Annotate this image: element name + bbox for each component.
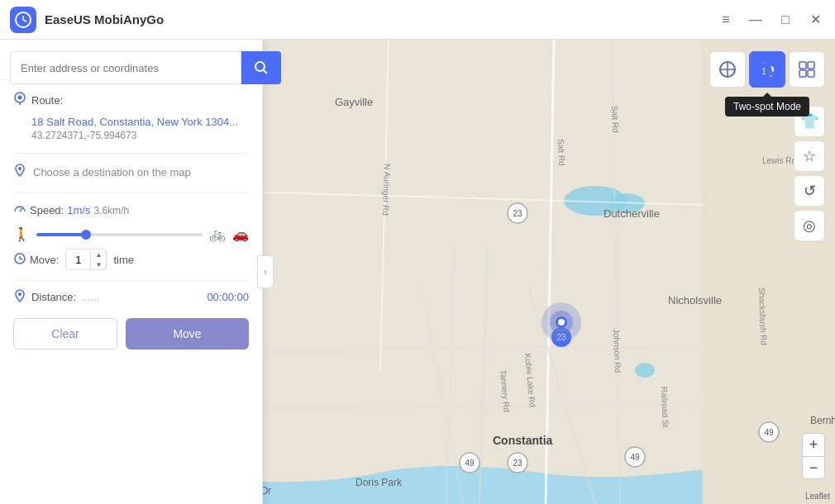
svg-rect-51: [799, 70, 806, 77]
distance-icon: [13, 289, 26, 305]
svg-point-56: [18, 167, 21, 170]
leaflet-attribution: Leaflet: [805, 492, 830, 501]
svg-line-43: [264, 70, 268, 74]
svg-line-57: [20, 208, 22, 212]
route-coords: 43.2724371,-75.994673: [31, 130, 249, 141]
svg-text:Lewis Rd: Lewis Rd: [762, 156, 796, 165]
move-section: Move: 1 ▲ ▼ time: [13, 249, 249, 270]
speed-section: Speed: 1m/s 3.6km/h 🚶 🚲 🚗: [13, 202, 249, 242]
svg-rect-52: [808, 70, 814, 77]
distance-time: 00:00:00: [207, 291, 249, 303]
speed-slider[interactable]: 🚶 🚲 🚗: [13, 226, 249, 242]
svg-text:49: 49: [764, 428, 774, 437]
speed-icon: [13, 202, 26, 218]
maximize-button[interactable]: □: [775, 10, 795, 30]
move-decrement-button[interactable]: ▼: [91, 259, 106, 269]
svg-text:Dutcherville: Dutcherville: [604, 207, 660, 220]
svg-text:Gayville: Gayville: [335, 96, 373, 108]
divider-3: [13, 280, 249, 281]
teleport-icon: [718, 60, 737, 78]
star-tool-button[interactable]: ☆: [794, 140, 825, 172]
search-input[interactable]: [10, 51, 241, 84]
distance-dots: ......: [81, 291, 99, 303]
destination-pin-icon: [13, 164, 26, 177]
svg-text:Salt Rd: Salt Rd: [610, 106, 620, 133]
multi-spot-icon: [798, 60, 816, 78]
distance-section: Distance: ...... 00:00:00: [13, 289, 249, 305]
svg-text:Shacksbush Rd: Shacksbush Rd: [757, 288, 768, 345]
move-label-text: Move:: [30, 254, 59, 266]
walk-icon: 🚶: [13, 226, 30, 242]
route-section: Route: 18 Salt Road, Constantia, New Yor…: [13, 92, 249, 141]
location-icon: [13, 92, 26, 105]
distance-label: Distance: ......: [13, 289, 99, 305]
close-button[interactable]: ✕: [805, 10, 825, 30]
svg-text:Constantia: Constantia: [493, 434, 553, 447]
svg-text:49: 49: [465, 459, 475, 468]
panel-collapse-button[interactable]: ‹: [257, 255, 274, 288]
app-title: EaseUS MobiAnyGo: [45, 12, 716, 26]
window-controls: ≡ — □ ✕: [716, 10, 825, 30]
svg-text:Bernhards Bay: Bernhards Bay: [810, 415, 835, 426]
svg-text:Doris Park: Doris Park: [355, 477, 403, 488]
num-badge: 1: [756, 63, 772, 79]
distance-label-text: Distance:: [31, 291, 76, 303]
svg-text:Nicholsville: Nicholsville: [668, 294, 722, 307]
speedometer-icon: [13, 202, 26, 216]
route-address: 18 Salt Road, Constantia, New York 1304.…: [31, 115, 249, 130]
move-label: Move:: [13, 252, 59, 268]
svg-point-42: [255, 62, 265, 71]
move-spinner[interactable]: 1 ▲ ▼: [65, 249, 107, 270]
svg-point-61: [18, 292, 21, 296]
svg-line-60: [20, 259, 22, 259]
panel-body: Route: 18 Salt Road, Constantia, New Yor…: [0, 80, 262, 361]
distance-pin-icon: [13, 289, 26, 302]
search-button[interactable]: [241, 51, 281, 84]
svg-rect-50: [808, 62, 814, 69]
history-tool-button[interactable]: ↺: [794, 175, 825, 207]
slider-thumb[interactable]: [81, 230, 91, 240]
car-icon: 🚗: [232, 226, 249, 242]
bike-icon: 🚲: [209, 226, 226, 242]
panel-actions: Clear Move: [13, 318, 249, 349]
slider-track[interactable]: [36, 233, 203, 236]
svg-point-54: [18, 96, 22, 100]
divider-1: [13, 153, 249, 154]
move-increment-button[interactable]: ▲: [91, 250, 106, 259]
zoom-controls: + −: [802, 433, 825, 479]
two-spot-tooltip: Two-spot Mode: [725, 97, 809, 116]
route-label-text: Route:: [31, 94, 63, 107]
speed-label: Speed: 1m/s 3.6km/h: [13, 202, 249, 218]
svg-text:Railroad St: Railroad St: [660, 387, 670, 428]
search-bar: [10, 51, 281, 84]
speed-value: 1m/s: [67, 204, 90, 216]
destination-placeholder: Choose a destination on the map: [33, 166, 191, 178]
menu-button[interactable]: ≡: [716, 10, 736, 30]
zoom-in-button[interactable]: +: [802, 433, 825, 456]
side-panel: Two-spot Mode ‹ Route: 18 Salt Road, Con…: [0, 40, 263, 504]
svg-point-4: [635, 363, 655, 378]
svg-point-41: [558, 319, 565, 326]
clear-button[interactable]: Clear: [13, 318, 117, 349]
move-clock-icon: [13, 252, 26, 268]
move-time-label: time: [113, 254, 134, 266]
svg-text:49: 49: [630, 453, 640, 462]
route-label: Route:: [13, 92, 249, 108]
move-button[interactable]: Move: [126, 318, 249, 349]
speed-unit: 3.6km/h: [93, 205, 129, 216]
route-start-icon: [13, 92, 26, 108]
destination-section: Choose a destination on the map: [13, 164, 249, 180]
move-value: 1: [66, 250, 91, 269]
right-tools: 👕 ☆ ↺ ◎: [794, 106, 825, 241]
map-modes: 1 Two-spot Mode: [709, 51, 825, 88]
location-tool-button[interactable]: ◎: [794, 210, 825, 241]
minimize-button[interactable]: —: [746, 10, 766, 30]
app-logo: [10, 7, 36, 33]
zoom-out-button[interactable]: −: [802, 456, 825, 479]
speed-label-text: Speed:: [30, 204, 64, 216]
divider-2: [13, 192, 249, 193]
teleport-mode-button[interactable]: [709, 51, 746, 88]
svg-text:23: 23: [513, 459, 522, 468]
svg-text:Johnson Rd: Johnson Rd: [612, 329, 623, 373]
multi-spot-mode-button[interactable]: [789, 51, 825, 88]
